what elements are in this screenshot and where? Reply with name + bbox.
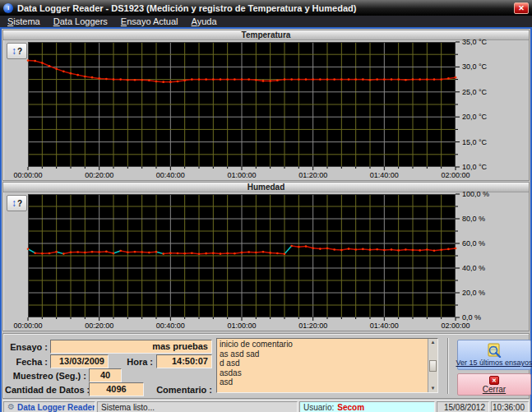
svg-text:01:40:00: 01:40:00 bbox=[370, 171, 399, 179]
statusbar-user-segment: Usuario: Secom bbox=[299, 401, 435, 412]
cantidad-datos-label: Cantidad de Datos : bbox=[5, 385, 86, 395]
humidity-chart-panel: Humedad ↕? 100,0 %80,0 %60,0 %40,0 %20,0… bbox=[2, 182, 530, 331]
humidity-chart-title: Humedad bbox=[3, 183, 529, 192]
magnifier-document-icon bbox=[485, 343, 503, 358]
svg-text:10,0 °C: 10,0 °C bbox=[462, 163, 488, 171]
fecha-field[interactable]: 13/03/2009 bbox=[50, 354, 109, 368]
svg-text:00:40:00: 00:40:00 bbox=[156, 322, 185, 330]
close-icon: ✕ bbox=[518, 4, 525, 12]
content-area: Temperatura ↕? 35,0 °C30,0 °C25,0 °C20,0… bbox=[0, 27, 532, 412]
svg-text:02:00:00: 02:00:00 bbox=[441, 322, 470, 330]
statusbar-date: 15/08/2012 bbox=[437, 401, 489, 412]
ensayo-field[interactable]: mas pruebas bbox=[50, 340, 212, 354]
question-icon: ? bbox=[17, 47, 22, 56]
svg-text:00:20:00: 00:20:00 bbox=[85, 322, 113, 330]
svg-text:01:40:00: 01:40:00 bbox=[370, 322, 399, 330]
fecha-label: Fecha : bbox=[5, 357, 48, 367]
comentario-label: Comentario : bbox=[148, 385, 212, 395]
humidity-plot: 100,0 %80,0 %60,0 %40,0 %20,0 %0,0 %00:0… bbox=[28, 194, 528, 331]
scroll-down-icon[interactable]: ▼ bbox=[431, 386, 436, 391]
svg-text:60,0 %: 60,0 % bbox=[462, 239, 485, 248]
gear-icon: ⚙ bbox=[7, 403, 15, 411]
updown-arrow-icon: ↕ bbox=[12, 47, 16, 55]
test-info-panel: Ensayo : mas pruebas Fecha : 13/03/2009 … bbox=[2, 333, 530, 399]
menu-ayuda[interactable]: Ayuda bbox=[192, 16, 217, 26]
titlebar: i Data Logger Reader - DS1923 (Medición … bbox=[0, 0, 532, 16]
scroll-up-icon[interactable]: ▲ bbox=[431, 340, 436, 345]
close-button[interactable]: ✕ bbox=[514, 2, 529, 14]
app-window: i Data Logger Reader - DS1923 (Medición … bbox=[0, 0, 532, 412]
usuario-label: Usuario: bbox=[303, 403, 334, 412]
ver-ultimos-ensayos-button[interactable]: Ver 15 últimos ensayos bbox=[457, 340, 531, 370]
svg-text:00:00:00: 00:00:00 bbox=[13, 322, 42, 330]
svg-text:100,0 %: 100,0 % bbox=[462, 190, 489, 198]
menu-data-loggers[interactable]: Data Loggers bbox=[53, 16, 108, 26]
muestreo-label: Muestreo (Seg.) : bbox=[5, 371, 86, 381]
comentario-field[interactable]: inicio de comentario as asd sad d asd as… bbox=[217, 339, 428, 392]
comentario-scrollbar[interactable]: ▲ ▼ bbox=[428, 339, 437, 392]
red-x-icon: ✕ bbox=[489, 376, 499, 385]
humidity-help-button[interactable]: ↕? bbox=[7, 195, 27, 211]
svg-text:01:00:00: 01:00:00 bbox=[227, 171, 256, 179]
statusbar-time: 10:36:00 bbox=[491, 401, 529, 412]
temperature-chart-title: Temperatura bbox=[3, 30, 529, 40]
statusbar-status-text: Sistema listo... bbox=[97, 401, 298, 412]
scrollbar-thumb[interactable] bbox=[429, 360, 437, 372]
svg-text:25,0 °C: 25,0 °C bbox=[462, 88, 488, 96]
statusbar-app-name: Data Logger Reader bbox=[17, 403, 95, 412]
svg-text:15,0 °C: 15,0 °C bbox=[462, 138, 488, 146]
cerrar-button[interactable]: ✕ Cerrar bbox=[457, 373, 531, 396]
menu-ensayo-actual[interactable]: Ensayo Actual bbox=[121, 16, 178, 26]
window-title: Data Logger Reader - DS1923 (Medición y … bbox=[17, 3, 514, 13]
statusbar-app-segment: ⚙ Data Logger Reader bbox=[3, 401, 95, 412]
svg-text:00:40:00: 00:40:00 bbox=[156, 171, 185, 179]
svg-text:00:00:00: 00:00:00 bbox=[13, 171, 42, 179]
svg-text:00:20:00: 00:20:00 bbox=[85, 171, 113, 179]
svg-text:01:20:00: 01:20:00 bbox=[298, 322, 327, 330]
menubar: Sistema Data Loggers Ensayo Actual Ayuda bbox=[0, 16, 532, 27]
svg-text:01:00:00: 01:00:00 bbox=[227, 322, 256, 330]
usuario-value: Secom bbox=[337, 403, 364, 412]
svg-text:30,0 °C: 30,0 °C bbox=[462, 62, 488, 71]
svg-text:20,0 °C: 20,0 °C bbox=[462, 113, 488, 121]
svg-text:01:20:00: 01:20:00 bbox=[298, 171, 327, 179]
muestreo-field[interactable]: 40 bbox=[89, 368, 122, 382]
app-icon: i bbox=[3, 3, 13, 13]
temperature-chart-panel: Temperatura ↕? 35,0 °C30,0 °C25,0 °C20,0… bbox=[2, 30, 530, 181]
svg-text:20,0 %: 20,0 % bbox=[462, 289, 485, 297]
svg-text:02:00:00: 02:00:00 bbox=[441, 171, 470, 179]
cantidad-datos-field[interactable]: 4096 bbox=[89, 382, 144, 396]
ensayo-label: Ensayo : bbox=[5, 342, 48, 352]
temperature-help-button[interactable]: ↕? bbox=[7, 43, 27, 59]
hora-field[interactable]: 14:50:07 bbox=[156, 354, 212, 368]
updown-arrow-icon: ↕ bbox=[12, 199, 16, 207]
temperature-plot: 35,0 °C30,0 °C25,0 °C20,0 °C15,0 °C10,0 … bbox=[28, 42, 528, 180]
svg-text:35,0 °C: 35,0 °C bbox=[462, 38, 488, 46]
svg-text:80,0 %: 80,0 % bbox=[462, 215, 485, 223]
comentario-box: inicio de comentario as asd sad d asd as… bbox=[216, 338, 438, 393]
svg-text:40,0 %: 40,0 % bbox=[462, 264, 485, 272]
menu-sistema[interactable]: Sistema bbox=[7, 16, 40, 26]
hora-label: Hora : bbox=[125, 357, 153, 367]
statusbar: ⚙ Data Logger Reader Sistema listo... Us… bbox=[2, 400, 530, 412]
svg-text:0,0 %: 0,0 % bbox=[462, 313, 481, 322]
panel-divider bbox=[447, 338, 449, 394]
question-icon: ? bbox=[17, 199, 22, 208]
